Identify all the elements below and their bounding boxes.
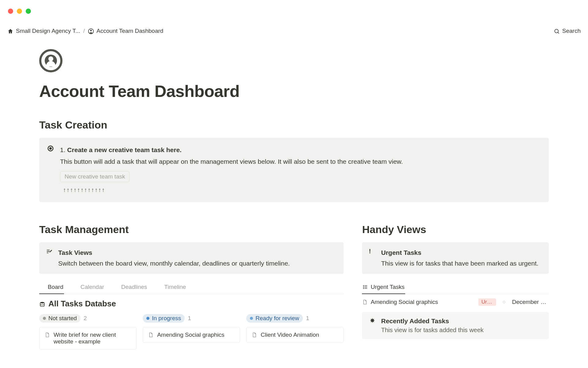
card-title: Client Video Animation bbox=[261, 332, 319, 338]
window-traffic-lights bbox=[8, 9, 31, 14]
recently-added-desc: This view is for tasks added this week bbox=[381, 327, 484, 334]
status-label: Not started bbox=[48, 315, 77, 322]
tab-deadlines[interactable]: Deadlines bbox=[113, 281, 148, 294]
search-label: Search bbox=[562, 28, 581, 34]
svg-point-2 bbox=[555, 29, 558, 33]
svg-point-1 bbox=[90, 30, 92, 31]
breadcrumb-current[interactable]: Account Team Dashboard bbox=[88, 28, 163, 34]
database-icon bbox=[39, 299, 45, 309]
task-views-title: Task Views bbox=[58, 248, 337, 258]
page-icon bbox=[251, 332, 257, 338]
tab-timeline[interactable]: Timeline bbox=[156, 281, 187, 294]
board-column-ready-for-review: Ready for review 1 Client Video Animatio… bbox=[246, 314, 344, 350]
svg-point-24 bbox=[364, 288, 364, 289]
urgent-tasks-title: Urgent Tasks bbox=[381, 248, 542, 258]
tab-urgent-tasks[interactable]: Urgent Tasks bbox=[362, 281, 405, 294]
column-count: 1 bbox=[306, 315, 309, 322]
board-icon bbox=[40, 284, 45, 290]
urgent-task-title: Amending Social graphics bbox=[371, 299, 438, 305]
card-title: Write brief for new client website - exa… bbox=[54, 332, 131, 345]
target-icon bbox=[47, 145, 55, 195]
breadcrumb: Small Design Agency T... / Account Team … bbox=[7, 28, 163, 34]
task-creation-desc: This button will add a task that will ap… bbox=[60, 157, 541, 167]
home-icon bbox=[7, 28, 13, 34]
page-icon bbox=[44, 332, 50, 338]
tab-timeline-label: Timeline bbox=[164, 284, 186, 290]
svg-point-22 bbox=[364, 286, 364, 286]
tab-board[interactable]: Board bbox=[39, 281, 64, 294]
urgent-task-row[interactable]: Amending Social graphics Urg... December… bbox=[362, 294, 549, 310]
task-views-callout: Task Views Switch between the board view… bbox=[39, 242, 344, 274]
database-title[interactable]: All Tasks Databse bbox=[39, 299, 344, 309]
svg-rect-13 bbox=[115, 289, 119, 290]
svg-line-3 bbox=[558, 32, 559, 33]
status-label: In progress bbox=[152, 315, 181, 322]
urgent-badge: Urg... bbox=[478, 298, 496, 306]
column-count: 2 bbox=[84, 315, 87, 322]
window-minimize-button[interactable] bbox=[17, 9, 22, 14]
urgent-task-date: December 8, ... bbox=[512, 299, 549, 305]
list-icon bbox=[363, 284, 368, 290]
status-pill-ready-for-review[interactable]: Ready for review bbox=[246, 314, 303, 323]
breadcrumb-separator: / bbox=[83, 28, 85, 34]
tab-urgent-tasks-label: Urgent Tasks bbox=[371, 284, 405, 290]
task-creation-lead-bold: Create a new creative team task here. bbox=[67, 146, 182, 153]
board-card[interactable]: Client Video Animation bbox=[246, 327, 344, 343]
svg-point-18 bbox=[40, 302, 44, 303]
person-circle-icon bbox=[88, 28, 94, 34]
board-card[interactable]: Amending Social graphics bbox=[143, 327, 240, 343]
svg-point-5 bbox=[50, 148, 51, 149]
new-creative-team-task-button[interactable]: New creative team task bbox=[60, 171, 130, 182]
task-creation-lead-num: 1. bbox=[60, 146, 67, 153]
board-column-not-started: Not started 2 Write brief for new client… bbox=[39, 314, 137, 350]
column-count: 1 bbox=[188, 315, 191, 322]
arrows-decoration: ↑↑↑↑↑↑↑↑↑↑↑↑ bbox=[63, 186, 541, 195]
breadcrumb-parent-label: Small Design Agency T... bbox=[16, 28, 80, 34]
calendar-icon bbox=[73, 284, 78, 290]
tab-calendar[interactable]: Calendar bbox=[72, 281, 105, 294]
tab-board-label: Board bbox=[48, 284, 63, 290]
database-title-label: All Tasks Databse bbox=[48, 299, 116, 309]
deadlines-icon bbox=[113, 284, 119, 290]
search-button[interactable]: Search bbox=[554, 28, 581, 34]
page-icon-person[interactable] bbox=[39, 49, 62, 72]
urgent-tasks-callout: ! Urgent Tasks This view is for tasks th… bbox=[362, 242, 549, 274]
timeline-icon bbox=[156, 284, 162, 290]
search-icon bbox=[554, 28, 560, 34]
recently-added-tasks-callout: Recently Added Tasks This view is for ta… bbox=[362, 312, 549, 339]
section-task-creation-heading: Task Creation bbox=[39, 119, 549, 131]
status-pill-in-progress[interactable]: In progress bbox=[143, 314, 185, 323]
section-handy-views-heading: Handy Views bbox=[362, 224, 549, 236]
svg-rect-9 bbox=[74, 289, 78, 290]
tab-calendar-label: Calendar bbox=[81, 284, 104, 290]
page-title: Account Team Dashboard bbox=[39, 82, 549, 101]
window-close-button[interactable] bbox=[8, 9, 13, 14]
topbar: Small Design Agency T... / Account Team … bbox=[7, 28, 581, 34]
status-pill-not-started[interactable]: Not started bbox=[39, 314, 81, 323]
svg-rect-6 bbox=[41, 288, 45, 290]
task-creation-lead: 1. Create a new creative team task here. bbox=[60, 145, 541, 155]
page-content: Account Team Dashboard Task Creation 1. … bbox=[39, 49, 549, 350]
board-view: Not started 2 Write brief for new client… bbox=[39, 314, 344, 350]
recently-added-title: Recently Added Tasks bbox=[381, 317, 484, 325]
view-tabs: Board Calendar Deadlines Timeline bbox=[39, 281, 344, 294]
assignee-placeholder bbox=[503, 301, 505, 303]
section-task-management-heading: Task Management bbox=[39, 224, 344, 236]
status-label: Ready for review bbox=[255, 315, 299, 322]
breadcrumb-parent[interactable]: Small Design Agency T... bbox=[7, 28, 80, 34]
card-title: Amending Social graphics bbox=[157, 332, 224, 338]
task-creation-callout: 1. Create a new creative team task here.… bbox=[39, 138, 549, 202]
urgent-tasks-desc: This view is for tasks that have been ma… bbox=[381, 259, 542, 268]
starburst-icon bbox=[369, 317, 376, 334]
svg-point-23 bbox=[364, 287, 364, 288]
urgent-view-tabs: Urgent Tasks bbox=[362, 281, 549, 294]
page-icon bbox=[148, 332, 153, 338]
board-column-in-progress: In progress 1 Amending Social graphics bbox=[143, 314, 240, 350]
breadcrumb-current-label: Account Team Dashboard bbox=[96, 28, 163, 34]
exclamation-icon: ! bbox=[369, 248, 376, 268]
task-views-desc: Switch between the board view, monthly c… bbox=[58, 259, 337, 268]
window-maximize-button[interactable] bbox=[26, 9, 31, 14]
page-icon bbox=[362, 299, 368, 305]
pencil-edit-icon bbox=[46, 248, 53, 268]
board-card[interactable]: Write brief for new client website - exa… bbox=[39, 327, 137, 350]
